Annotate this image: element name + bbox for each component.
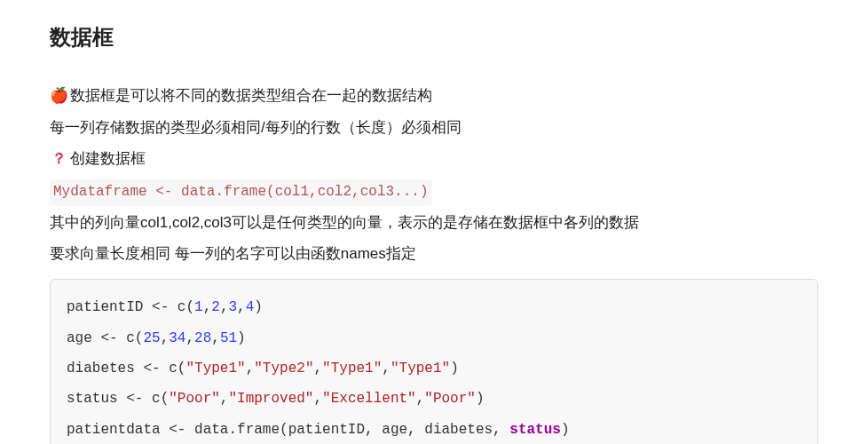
code-comma: , bbox=[416, 391, 425, 407]
code-num: 28 bbox=[194, 330, 211, 346]
code-paren-close: ) bbox=[420, 184, 429, 200]
code-comma: , bbox=[407, 422, 424, 438]
code-str: "Type1" bbox=[185, 361, 245, 377]
code-str: "Type1" bbox=[391, 361, 450, 377]
intro-line-1-text: 数据框是可以将不同的数据类型组合在一起的数据结构 bbox=[70, 87, 432, 104]
code-arg: patientID bbox=[288, 422, 365, 438]
code-arrow: <- bbox=[161, 422, 194, 438]
code-args: col1,col2,col3... bbox=[275, 184, 420, 200]
question-mark-icon: ？ bbox=[51, 150, 67, 167]
code-comma: , bbox=[246, 361, 255, 377]
code-paren: ( bbox=[185, 299, 194, 315]
code-arg: age bbox=[382, 422, 407, 438]
code-arg: diabetes bbox=[424, 422, 493, 438]
document-page: 数据框 🍎数据框是可以将不同的数据类型组合在一起的数据结构 每一列存储数据的类型… bbox=[0, 0, 868, 444]
code-line-1: patientID <- c(1,2,3,4) bbox=[67, 299, 263, 315]
intro-line-1: 🍎数据框是可以将不同的数据类型组合在一起的数据结构 bbox=[50, 80, 818, 112]
code-paren: ) bbox=[237, 330, 246, 346]
code-fn: c bbox=[178, 299, 186, 315]
code-paren: ) bbox=[450, 361, 459, 377]
code-paren: ) bbox=[254, 299, 263, 315]
code-comma: , bbox=[237, 299, 246, 315]
code-comma: , bbox=[313, 391, 322, 407]
code-str: "Poor" bbox=[169, 391, 220, 407]
code-fn: c bbox=[152, 391, 161, 407]
code-paren: ) bbox=[476, 391, 485, 407]
code-var: patientID bbox=[67, 299, 143, 315]
section-heading: 数据框 bbox=[50, 23, 818, 52]
code-str: "Improved" bbox=[228, 391, 313, 407]
code-comma: , bbox=[161, 330, 170, 346]
code-paren-open: ( bbox=[266, 184, 275, 200]
code-num: 3 bbox=[228, 299, 237, 315]
intro-line-2: 每一列存储数据的类型必须相同/每列的行数（长度）必须相同 bbox=[50, 112, 818, 144]
inline-code-line: Mydataframe <- data.frame(col1,col2,col3… bbox=[50, 175, 818, 207]
code-num: 34 bbox=[169, 330, 185, 346]
code-arrow: <- bbox=[118, 391, 152, 407]
code-line-2: age <- c(25,34,28,51) bbox=[67, 330, 246, 346]
code-arrow: <- bbox=[92, 330, 126, 346]
code-num: 2 bbox=[211, 299, 220, 315]
code-paren: ( bbox=[280, 422, 288, 438]
code-comma: , bbox=[185, 330, 194, 346]
code-fn: data.frame bbox=[194, 422, 280, 438]
code-arrow: <- bbox=[135, 361, 169, 377]
code-line-3: diabetes <- c("Type1","Type2","Type1","T… bbox=[67, 361, 459, 377]
inline-code: Mydataframe <- data.frame(col1,col2,col3… bbox=[50, 179, 432, 206]
code-paren: ) bbox=[561, 422, 570, 438]
code-comma: , bbox=[313, 361, 322, 377]
code-var: age bbox=[67, 330, 92, 346]
code-comma: , bbox=[203, 299, 212, 315]
code-comma: , bbox=[493, 422, 509, 438]
after-code-line-2: 要求向量长度相同 每一列的名字可以由函数names指定 bbox=[50, 238, 818, 270]
code-arrow: <- bbox=[147, 184, 181, 200]
code-num: 1 bbox=[194, 299, 203, 315]
code-var: patientdata bbox=[67, 422, 161, 438]
code-num: 4 bbox=[246, 299, 255, 315]
code-num: 51 bbox=[220, 330, 237, 346]
code-fn: data.frame bbox=[181, 184, 266, 200]
code-identifier: Mydataframe bbox=[53, 184, 147, 200]
code-var: status bbox=[67, 391, 118, 407]
code-comma: , bbox=[211, 330, 220, 346]
code-fn: c bbox=[169, 361, 178, 377]
code-line-5: patientdata <- data.frame(patientID, age… bbox=[67, 422, 570, 438]
code-var: diabetes bbox=[67, 361, 135, 377]
code-paren: ( bbox=[178, 361, 186, 377]
code-fn: c bbox=[126, 330, 135, 346]
code-arg: status bbox=[509, 422, 561, 438]
code-arrow: <- bbox=[143, 299, 177, 315]
code-block: patientID <- c(1,2,3,4) age <- c(25,34,2… bbox=[50, 279, 818, 444]
apple-icon: 🍎 bbox=[50, 87, 68, 104]
code-str: "Type1" bbox=[322, 361, 382, 377]
code-str: "Excellent" bbox=[322, 391, 416, 407]
code-paren: ( bbox=[135, 330, 144, 346]
intro-line-3-text: 创建数据框 bbox=[70, 150, 146, 167]
code-comma: , bbox=[220, 391, 229, 407]
intro-line-3: ？创建数据框 bbox=[50, 143, 818, 175]
after-code-line-1: 其中的列向量col1,col2,col3可以是任何类型的向量，表示的是存储在数据… bbox=[50, 207, 818, 239]
code-str: "Poor" bbox=[424, 391, 476, 407]
body-text: 🍎数据框是可以将不同的数据类型组合在一起的数据结构 每一列存储数据的类型必须相同… bbox=[50, 80, 818, 270]
code-str: "Type2" bbox=[254, 361, 313, 377]
code-comma: , bbox=[382, 361, 391, 377]
code-line-4: status <- c("Poor","Improved","Excellent… bbox=[67, 391, 485, 407]
code-comma: , bbox=[365, 422, 382, 438]
code-paren: ( bbox=[161, 391, 170, 407]
code-num: 25 bbox=[143, 330, 160, 346]
